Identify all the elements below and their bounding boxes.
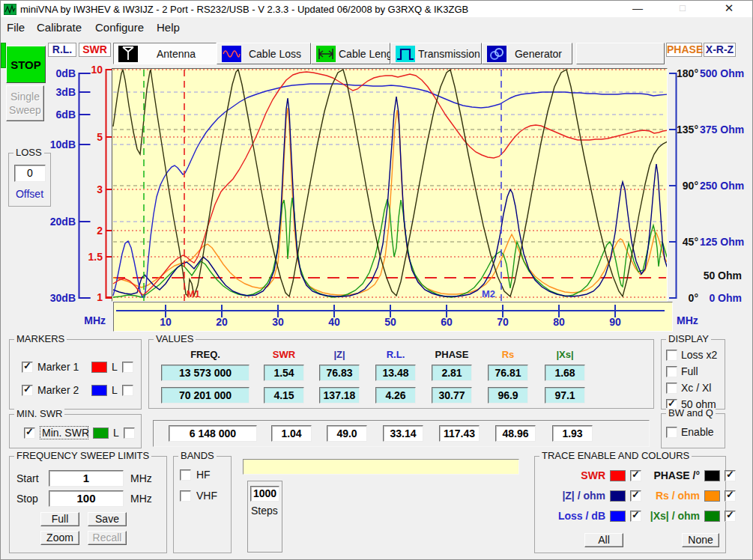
trace-color-swatch[interactable] — [704, 470, 720, 481]
min-swr-checkbox[interactable]: ✓ — [24, 427, 35, 439]
tab-label: Cable Loss — [244, 48, 306, 60]
menu-item-help[interactable]: Help — [157, 21, 180, 34]
marker-1-color-swatch[interactable] — [91, 362, 107, 373]
marker-2-value-2: 137.18 — [319, 387, 360, 404]
rl-toggle-button[interactable]: R.L. — [48, 43, 76, 57]
display-full-checkbox[interactable] — [666, 366, 677, 377]
marker-2-l-checkbox[interactable] — [122, 385, 133, 396]
marker-1-checkbox[interactable]: ✓ — [22, 362, 33, 373]
swr-axis-label: 1.5 — [80, 251, 103, 263]
start-label: Start — [16, 472, 39, 484]
stop-button[interactable]: STOP — [6, 46, 46, 83]
tab-label: Generator — [509, 48, 567, 60]
app-window: miniVNA by IW3HEV & IW3IJZ - 2 Port - RS… — [0, 0, 753, 560]
loss-group-title: LOSS — [13, 147, 44, 158]
values-header-0: FREQ. — [161, 349, 250, 360]
tab-antenna[interactable]: Antenna — [113, 43, 217, 64]
maximize-button[interactable]: □ — [666, 1, 699, 17]
values-header-6: |Xs| — [545, 349, 585, 360]
steps-field[interactable]: 1000 — [250, 486, 279, 502]
trace-all-button[interactable]: All — [584, 533, 623, 547]
marker-1-l-checkbox[interactable] — [122, 362, 133, 373]
trace-color-swatch[interactable] — [704, 511, 720, 522]
min-swr-color-swatch[interactable] — [93, 427, 109, 439]
freq-tick-label: 10 — [154, 316, 177, 328]
db-axis-label: 10dB — [44, 139, 76, 150]
stop-label: Stop — [16, 493, 38, 505]
swr-toggle-button[interactable]: SWR — [79, 43, 111, 57]
menu-item-configure[interactable]: Configure — [95, 21, 144, 34]
marker-2-color-swatch[interactable] — [91, 385, 107, 396]
tab-generator[interactable]: Generator — [482, 43, 572, 64]
close-button[interactable]: ✕ — [713, 1, 746, 17]
display-option-label: Full — [681, 365, 698, 377]
values-header-2: |Z| — [319, 349, 360, 360]
window-title: miniVNA by IW3HEV & IW3IJZ - 2 Port - RS… — [20, 4, 468, 15]
menu-item-calibrate[interactable]: Calibrate — [37, 21, 82, 34]
marker-1-value-3: 13.48 — [375, 365, 416, 381]
db-axis-label: 6dB — [44, 109, 76, 121]
display-xc-xl-checkbox[interactable] — [666, 383, 677, 394]
loss-group: LOSS 0 Offset — [8, 153, 51, 207]
sweep-full-button[interactable]: Full — [40, 512, 79, 526]
sweep-recall-button: Recall — [88, 531, 127, 545]
trace-enable-checkbox[interactable]: ✓ — [725, 511, 736, 522]
trace-none-button[interactable]: None — [682, 533, 719, 547]
sweep-zoom-button[interactable]: Zoom — [40, 531, 79, 545]
single-sweep-label-1: Single — [10, 91, 40, 103]
display-loss-x2-checkbox[interactable] — [666, 350, 677, 361]
phase-toggle-button[interactable]: PHASE — [666, 43, 702, 57]
trace-color-swatch[interactable] — [610, 470, 626, 481]
steps-panel: 1000 Steps — [247, 481, 282, 553]
tab-transmission[interactable]: Transmission — [390, 43, 482, 64]
trace-enable-checkbox[interactable]: ✓ — [630, 490, 641, 502]
chart-plot-area[interactable] — [112, 68, 668, 302]
loss-offset-field[interactable]: 0 — [14, 165, 46, 182]
phase-axis-label: 0° — [674, 292, 698, 304]
trace-color-swatch[interactable] — [704, 490, 720, 502]
marker-2-checkbox[interactable]: ✓ — [22, 385, 33, 396]
sweep-save-button[interactable]: Save — [88, 512, 127, 526]
trace-color-swatch[interactable] — [610, 511, 626, 522]
marker-row: ✓Marker 1L — [22, 361, 133, 373]
band-hf-checkbox[interactable] — [180, 469, 191, 481]
tab-cable-length[interactable]: Cable Length — [311, 43, 390, 64]
cable-loss-icon — [222, 46, 241, 62]
xrz-toggle-button[interactable]: X-R-Z — [704, 43, 736, 57]
marker-1-value-4: 2.81 — [432, 365, 472, 381]
trace-enable-checkbox[interactable]: ✓ — [630, 470, 641, 481]
check-mark: ✓ — [726, 490, 734, 500]
db-axis-label: 3dB — [44, 86, 76, 98]
menu-item-file[interactable]: File — [7, 21, 25, 34]
min-swr-l-checkbox[interactable] — [124, 427, 135, 439]
marker-2-label: Marker 2 — [37, 384, 87, 396]
trace-label-rs-ohm: Rs / ohm — [646, 490, 700, 502]
start-frequency-field[interactable]: 1 — [49, 470, 124, 487]
tab-cable-loss[interactable]: Cable Loss — [217, 43, 311, 64]
min-swr-label: Min. SWR — [40, 426, 88, 439]
ohm-axis-label: 50 Ohm — [700, 270, 742, 281]
title-bar: miniVNA by IW3HEV & IW3IJZ - 2 Port - RS… — [1, 1, 752, 17]
check-mark: ✓ — [632, 510, 640, 520]
marker-row: ✓Marker 2L — [22, 384, 133, 396]
trace-color-swatch[interactable] — [610, 490, 626, 502]
freq-tick-label: 60 — [435, 316, 458, 328]
trace-enable-group: TRACE ENABLE AND COLOURS All None SWR✓PH… — [534, 456, 726, 553]
marker-2-value-3: 4.26 — [375, 387, 416, 404]
bw-enable-checkbox[interactable] — [666, 427, 677, 438]
band-vhf-checkbox[interactable] — [180, 490, 191, 502]
ohm-axis-label: 125 Ohm — [700, 236, 742, 248]
minimize-button[interactable]: — — [621, 1, 654, 17]
mode-tabstrip: AntennaCable LossCable LengthTransmissio… — [113, 43, 572, 64]
trace-enable-checkbox[interactable]: ✓ — [725, 470, 736, 481]
trace-enable-checkbox[interactable]: ✓ — [725, 490, 736, 502]
swr-axis-label: 3 — [80, 183, 103, 195]
tab-label: Antenna — [141, 48, 211, 60]
check-mark: ✓ — [726, 510, 734, 520]
min-swr-value-1: 1.04 — [271, 425, 312, 442]
stop-frequency-field[interactable]: 100 — [49, 490, 124, 507]
cable-length-icon — [316, 46, 336, 62]
trace-enable-checkbox[interactable]: ✓ — [630, 511, 641, 522]
single-sweep-button[interactable]: Single Sweep — [6, 85, 44, 121]
marker-1-value-6: 1.68 — [545, 365, 585, 381]
